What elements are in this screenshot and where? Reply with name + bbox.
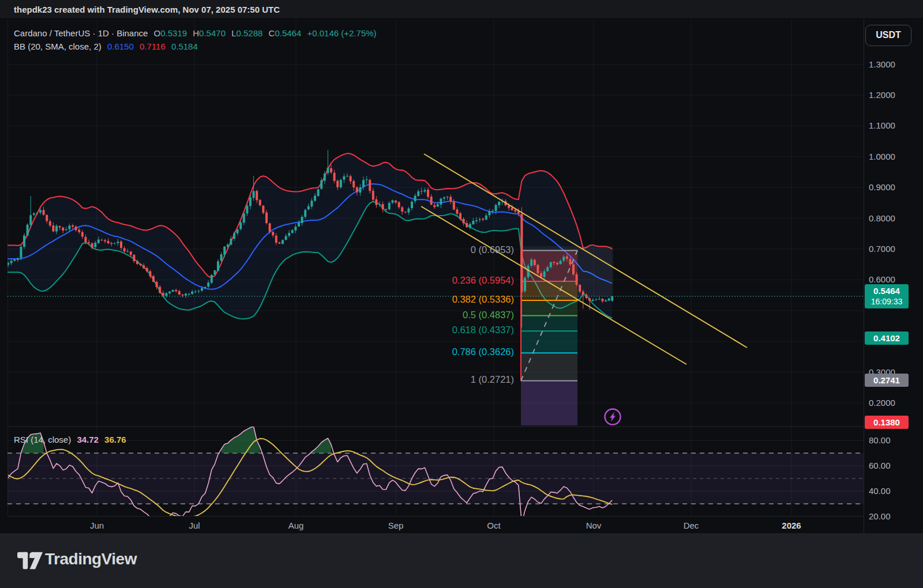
countdown-timer: 16:09:33: [865, 296, 909, 307]
fib-level-label: 0.5 (0.4837): [463, 310, 514, 321]
attribution-text: thepdk23 created with TradingView.com, N…: [14, 5, 280, 14]
open-value: 0.5319: [160, 28, 187, 38]
symbol-legend: Cardano / TetherUS · 1D · Binance O0.531…: [14, 28, 380, 38]
price-tick-label: 0.7000: [869, 244, 895, 254]
low-label: L: [231, 28, 236, 38]
price-badge: 0.4102: [865, 331, 909, 345]
fib-level-label: 1 (0.2721): [471, 374, 514, 385]
price-badge-value: 0.4102: [865, 333, 909, 344]
price-tick-label: 0.6000: [869, 274, 895, 284]
rsi-tick-label: 20.00: [869, 511, 891, 521]
price-axis-separator[interactable]: [864, 19, 864, 533]
fib-level-label: 0.786 (0.3626): [452, 346, 514, 357]
bb-lower-value: 0.5184: [171, 42, 198, 51]
time-tick-label[interactable]: Dec: [675, 521, 707, 530]
price-tick-label: 1.1000: [869, 120, 895, 130]
bb-upper-value: 0.7116: [140, 42, 166, 51]
fib-level-label: 0.236 (0.5954): [452, 275, 514, 286]
price-tick-label: 1.0000: [869, 152, 895, 161]
change-value: +0.0146 (+2.75%): [307, 28, 376, 38]
bb-label: BB (20, SMA, close, 2): [14, 42, 102, 51]
close-label: C: [269, 28, 275, 38]
price-chart-canvas[interactable]: [7, 19, 864, 516]
price-tick-label: 1.2000: [869, 90, 895, 100]
price-badge: 0.546416:09:33: [865, 284, 909, 308]
bb-legend: BB (20, SMA, close, 2) 0.6150 0.7116 0.5…: [14, 42, 201, 51]
time-tick-label[interactable]: Nov: [577, 521, 610, 530]
price-badge: 0.1380: [865, 416, 909, 429]
rsi-ma-value: 36.76: [104, 435, 126, 444]
time-axis-separator[interactable]: [7, 516, 864, 517]
high-label: H: [193, 28, 199, 38]
currency-toggle-button[interactable]: USDT: [865, 25, 911, 46]
brand-text: TradingView: [45, 550, 137, 568]
price-badge-value: 0.2741: [865, 375, 909, 386]
fib-level-label: 0 (0.6953): [471, 244, 514, 255]
high-value: 0.5470: [199, 28, 226, 38]
rsi-legend: RSI (14, close) 34.72 36.76: [14, 435, 130, 444]
footer-bar: TradingView: [0, 533, 923, 588]
price-tick-label: 0.9000: [869, 182, 895, 192]
tradingview-published-chart: thepdk23 created with TradingView.com, N…: [0, 0, 923, 588]
attribution-bar: thepdk23 created with TradingView.com, N…: [0, 0, 923, 19]
time-tick-label[interactable]: Jun: [81, 521, 113, 530]
bb-basis-value: 0.6150: [107, 42, 134, 51]
price-badge-value: 0.5464: [865, 285, 909, 296]
fib-level-label: 0.382 (0.5336): [452, 294, 514, 305]
price-tick-label: 0.2000: [869, 398, 895, 408]
rsi-value: 34.72: [77, 435, 99, 444]
rsi-tick-label: 40.00: [869, 486, 891, 496]
time-tick-label[interactable]: Sep: [380, 521, 412, 530]
time-tick-label[interactable]: Jul: [178, 521, 211, 530]
rsi-label: RSI (14, close): [14, 435, 71, 444]
rsi-tick-label: 80.00: [869, 435, 891, 445]
symbol-title: Cardano / TetherUS · 1D · Binance: [14, 28, 148, 38]
rsi-tick-label: 60.00: [869, 461, 891, 470]
open-label: O: [154, 28, 161, 38]
time-tick-label[interactable]: Aug: [280, 521, 312, 530]
price-tick-label: 0.8000: [869, 213, 895, 223]
time-tick-label[interactable]: 2026: [775, 521, 808, 530]
price-tick-label: 1.3000: [869, 59, 895, 69]
lightning-bolt-icon[interactable]: [602, 406, 623, 427]
price-badge: 0.2741: [865, 374, 909, 387]
close-value: 0.5464: [275, 28, 301, 38]
price-badge-value: 0.1380: [865, 417, 909, 428]
low-value: 0.5288: [237, 28, 263, 38]
plot-left-border: [7, 19, 8, 516]
fib-level-label: 0.618 (0.4337): [452, 325, 514, 336]
time-tick-label[interactable]: Oct: [478, 521, 510, 530]
